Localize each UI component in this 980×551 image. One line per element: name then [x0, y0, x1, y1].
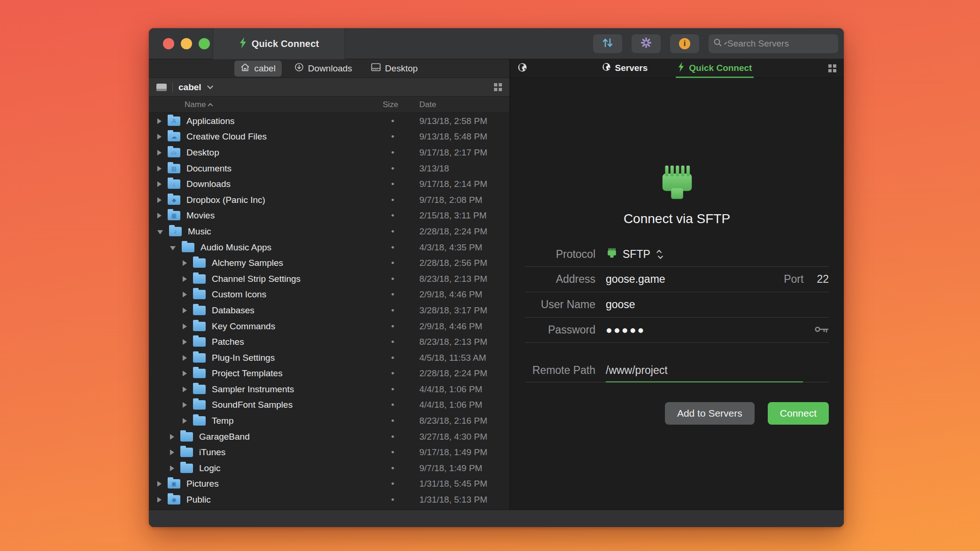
tab-quick-connect[interactable]: Quick Connect: [676, 59, 754, 78]
turbo-button[interactable]: [632, 34, 661, 53]
folder-icon: [193, 274, 206, 284]
file-row[interactable]: Temp•8/23/18, 2:16 PM: [149, 413, 509, 429]
zoom-button[interactable]: [199, 38, 210, 49]
address-input[interactable]: goose.game: [606, 273, 665, 286]
file-row[interactable]: Logic•9/7/18, 1:49 PM: [149, 460, 509, 476]
close-button[interactable]: [163, 38, 174, 49]
view-options-icon[interactable]: [494, 83, 502, 91]
remote-path-input[interactable]: /www/project: [606, 364, 668, 377]
file-size: •: [391, 226, 394, 237]
tab-servers[interactable]: Servers: [600, 59, 650, 78]
disclosure-triangle[interactable]: [170, 434, 174, 440]
file-name: GarageBand: [199, 432, 250, 442]
file-row[interactable]: iTunes•9/17/18, 1:49 PM: [149, 444, 509, 460]
file-row[interactable]: Plug-In Settings•4/5/18, 11:53 AM: [149, 350, 509, 366]
disclosure-triangle[interactable]: [157, 118, 162, 124]
file-name: Databases: [212, 305, 255, 316]
file-row[interactable]: Audio Music Apps•4/3/18, 4:35 PM: [149, 240, 509, 256]
file-row[interactable]: GarageBand•3/27/18, 4:30 PM: [149, 429, 509, 445]
disclosure-triangle[interactable]: [183, 324, 187, 329]
file-row[interactable]: Project Templates•2/28/18, 2:24 PM: [149, 366, 509, 382]
file-name: Creative Cloud Files: [186, 132, 267, 142]
file-date: 9/13/18, 2:58 PM: [419, 116, 487, 126]
column-name[interactable]: Name: [185, 100, 213, 109]
folder-icon: [182, 243, 194, 252]
column-size[interactable]: Size: [383, 100, 398, 109]
file-row[interactable]: Patches•8/23/18, 2:13 PM: [149, 334, 509, 350]
file-row[interactable]: Key Commands•2/9/18, 4:46 PM: [149, 318, 509, 334]
file-row[interactable]: ◉Public•1/31/18, 5:13 PM: [149, 492, 509, 508]
file-row[interactable]: Custom Icons•2/9/18, 4:46 PM: [149, 287, 509, 303]
disclosure-triangle[interactable]: [183, 339, 187, 345]
chevron-down-icon[interactable]: [207, 83, 213, 89]
file-date: 9/17/18, 2:17 PM: [419, 147, 487, 158]
disclosure-triangle[interactable]: [170, 466, 174, 471]
disclosure-triangle[interactable]: [170, 246, 176, 250]
disclosure-triangle[interactable]: [183, 371, 187, 376]
connect-button[interactable]: Connect: [768, 402, 829, 425]
focused-field-underline: [606, 381, 803, 382]
file-row[interactable]: ◆Dropbox (Panic Inc)•9/7/18, 2:08 PM: [149, 192, 509, 208]
tab-desktop[interactable]: Desktop: [365, 61, 424, 76]
disclosure-triangle[interactable]: [170, 450, 174, 455]
file-row[interactable]: ▣Pictures•1/31/18, 5:45 PM: [149, 476, 509, 492]
pinwheel-icon: [640, 37, 652, 51]
file-row[interactable]: ☁Creative Cloud Files•9/13/18, 5:48 PM: [149, 129, 509, 145]
file-row[interactable]: ▦Movies•2/15/18, 3:11 PM: [149, 208, 509, 224]
file-size: •: [391, 321, 394, 332]
disclosure-triangle[interactable]: [183, 387, 187, 392]
file-row[interactable]: ↓Downloads•9/17/18, 2:14 PM: [149, 176, 509, 192]
tab-label: cabel: [254, 63, 275, 74]
disclosure-triangle[interactable]: [157, 230, 163, 234]
port-input[interactable]: 22: [817, 273, 829, 286]
disclosure-triangle[interactable]: [183, 355, 187, 361]
file-row[interactable]: ▤Documents•3/13/18: [149, 161, 509, 177]
file-name: Desktop: [186, 147, 219, 158]
file-date: 9/7/18, 1:49 PM: [419, 463, 482, 473]
window-tab-quick-connect[interactable]: Quick Connect: [213, 28, 345, 59]
hard-drive-icon[interactable]: [156, 84, 167, 91]
file-row[interactable]: Databases•3/28/18, 3:17 PM: [149, 303, 509, 318]
password-input[interactable]: ●●●●●: [606, 324, 645, 336]
sftp-mini-icon: [606, 247, 618, 262]
info-button[interactable]: i: [670, 34, 699, 53]
disclosure-triangle[interactable]: [157, 481, 162, 487]
folder-icon: A: [168, 116, 180, 126]
disclosure-triangle[interactable]: [183, 260, 187, 266]
search-input[interactable]: [727, 39, 842, 49]
file-row[interactable]: AApplications•9/13/18, 2:58 PM: [149, 113, 509, 129]
username-input[interactable]: goose: [606, 298, 635, 311]
search-field[interactable]: [709, 34, 838, 53]
disclosure-triangle[interactable]: [157, 134, 162, 140]
add-to-servers-button[interactable]: Add to Servers: [665, 402, 755, 425]
file-row[interactable]: Channel Strip Settings•8/23/18, 2:13 PM: [149, 271, 509, 287]
protocol-select[interactable]: SFTP: [606, 247, 662, 262]
disclosure-triangle[interactable]: [157, 166, 162, 171]
disclosure-triangle[interactable]: [157, 181, 162, 187]
current-folder[interactable]: cabel: [178, 82, 201, 93]
column-date[interactable]: Date: [419, 100, 436, 109]
search-scope-chevron-icon[interactable]: [724, 41, 727, 44]
tab-cabel[interactable]: cabel: [234, 61, 281, 77]
tab-downloads[interactable]: Downloads: [288, 60, 358, 77]
disclosure-triangle[interactable]: [157, 150, 162, 155]
folder-icon: ↓: [168, 179, 180, 189]
disclosure-triangle[interactable]: [157, 197, 162, 203]
file-row[interactable]: Alchemy Samples•2/28/18, 2:56 PM: [149, 255, 509, 271]
disclosure-triangle[interactable]: [183, 292, 187, 297]
disclosure-triangle[interactable]: [183, 402, 187, 408]
file-row[interactable]: ♪Music•2/28/18, 2:24 PM: [149, 224, 509, 240]
file-row[interactable]: Sampler Instruments•4/4/18, 1:06 PM: [149, 381, 509, 397]
key-icon[interactable]: [815, 326, 829, 335]
file-row[interactable]: ▭Desktop•9/17/18, 2:17 PM: [149, 145, 509, 161]
file-name: Pictures: [186, 479, 219, 489]
disclosure-triangle[interactable]: [157, 497, 162, 503]
file-row[interactable]: SoundFont Samples•4/4/18, 1:06 PM: [149, 397, 509, 413]
disclosure-triangle[interactable]: [157, 213, 162, 218]
disclosure-triangle[interactable]: [183, 308, 187, 313]
minimize-button[interactable]: [181, 38, 192, 49]
disclosure-triangle[interactable]: [183, 276, 187, 282]
file-size: •: [391, 305, 394, 316]
disclosure-triangle[interactable]: [183, 418, 187, 424]
transfers-button[interactable]: [593, 34, 622, 53]
